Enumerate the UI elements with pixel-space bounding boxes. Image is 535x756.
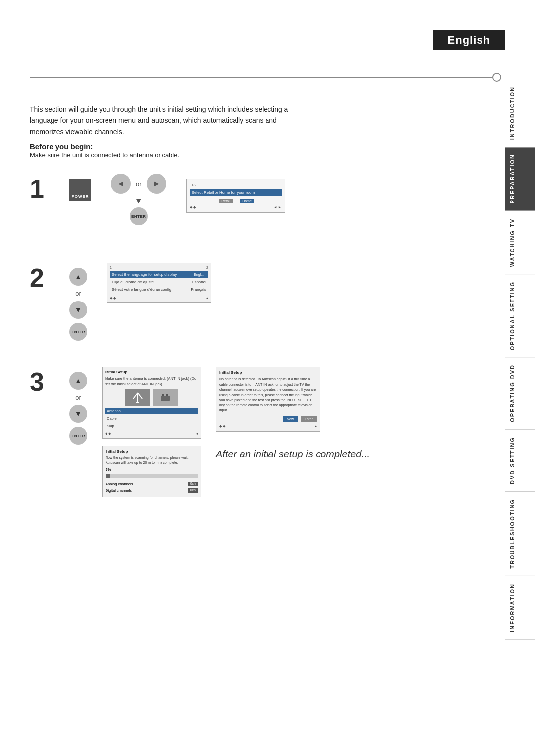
lang-row2-text: Elija el idioma de ajuste <box>112 280 154 284</box>
setup-title-1: Initial Setup <box>105 370 198 374</box>
svg-rect-5 <box>162 394 164 396</box>
lang-row-1[interactable]: Select the language for setup display En… <box>110 271 208 278</box>
step1-dots: ◆ ◆ <box>190 205 196 209</box>
tab-dvd-setting[interactable]: DVD SETTING <box>505 430 535 492</box>
step2-screen: 1 2 Select the language for setup displa… <box>107 263 211 303</box>
or-label-2: or <box>75 290 81 297</box>
tab-information[interactable]: INFORMATION <box>505 576 535 640</box>
antenna-img <box>125 389 150 406</box>
step1-retail-btn[interactable]: Retail <box>219 199 233 203</box>
up-arrow-2[interactable]: ▲ <box>69 268 87 286</box>
step3-progress-screen: Initial Setup Now the system is scanning… <box>102 446 201 497</box>
step-2-number: 2 <box>30 263 44 293</box>
analog-label: Analog channels <box>106 482 133 486</box>
main-content: This section will guide you through the … <box>30 79 500 525</box>
digital-channels-row: Digital channels 0ch <box>106 487 198 494</box>
step-1-number: 1 <box>30 174 44 203</box>
step3-no-input-screen: Initial Setup No antenna is detected. To… <box>216 367 320 432</box>
progress-percent: 0% <box>106 467 198 472</box>
setup-q1: Make sure the antenna is connected. (ANT… <box>105 376 198 387</box>
lang-row-3[interactable]: Sélect votre langue d'écran config. Fran… <box>110 286 208 293</box>
english-tab: English <box>433 30 505 50</box>
skip-option[interactable]: Skip <box>105 423 198 429</box>
or-label-1: or <box>136 180 142 188</box>
side-tabs: INTRODUCTION PREPARATION WATCHING TV OPT… <box>505 79 535 640</box>
step1-home-btn[interactable]: Home <box>240 199 254 203</box>
svg-rect-6 <box>166 394 168 396</box>
step-3-section: 3 ▲ or ▼ ENTER Initial Setup Make sure t… <box>30 367 500 525</box>
svg-rect-4 <box>160 396 170 401</box>
cable-img <box>153 389 178 406</box>
step3-remote: ▲ or ▼ ENTER <box>69 372 87 445</box>
antenna-option[interactable]: Antenna <box>105 408 198 414</box>
step3-setup-screen1: Initial Setup Make sure the antenna is c… <box>102 367 201 439</box>
progress-bar-fill <box>106 474 110 478</box>
before-heading: Before you begin: <box>30 142 500 151</box>
tab-introduction[interactable]: INTRODUCTION <box>505 79 535 147</box>
tab-troubleshooting[interactable]: TROUBLESHOOTING <box>505 492 535 576</box>
analog-count: 0ch <box>188 482 198 486</box>
later-button[interactable]: Later <box>301 416 317 422</box>
tab-preparation[interactable]: PREPARATION <box>505 147 535 211</box>
lang-row2-val: Español <box>192 280 206 284</box>
lang-row1-val: Engl... <box>191 272 206 277</box>
top-rule <box>30 77 500 78</box>
step1-screen: 1/2 Select Retail or Home for your room … <box>186 179 285 213</box>
power-label: POWER <box>71 194 89 199</box>
progress-bar <box>106 474 198 478</box>
no-input-text: No antenna is detected. To Autoscan agai… <box>219 377 317 413</box>
skip-label: Skip <box>107 424 114 428</box>
now-button[interactable]: Now <box>283 416 298 422</box>
tab1: 1 <box>110 266 112 269</box>
step2-footer: ◆ ◆ ● <box>110 296 208 300</box>
cable-label: Cable <box>107 416 117 421</box>
digital-label: Digital channels <box>106 488 132 493</box>
down-arrow-btn-3[interactable]: ▼ <box>69 405 87 423</box>
no-input-title: Initial Setup <box>219 370 317 375</box>
down-arrow-1: ▼ <box>135 197 143 205</box>
progress-title: Initial Setup <box>106 449 198 454</box>
arrow-right-button[interactable]: ► <box>147 174 166 194</box>
lang-row1-text: Select the language for setup display <box>112 272 177 277</box>
step2-remote: ▲ or ▼ ENTER <box>69 268 87 341</box>
cable-option[interactable]: Cable <box>105 415 198 422</box>
step-1-section: 1 POWER ◄ or ► ▼ ENTER <box>30 174 500 238</box>
enter-button-1[interactable]: ENTER <box>130 207 148 225</box>
digital-count: 0ch <box>188 488 198 493</box>
tab-optional-setting[interactable]: OPTIONAL SETTING <box>505 274 535 357</box>
setup-images <box>105 389 198 406</box>
svg-rect-3 <box>136 402 139 403</box>
after-setup-text: After an initial setup is completed... <box>216 449 370 460</box>
step1-arrows: ◄ ► <box>274 205 282 209</box>
or-label-3: or <box>75 394 81 401</box>
lang-row-2[interactable]: Elija el idioma de ajuste Español <box>110 278 208 286</box>
svg-line-0 <box>133 393 138 399</box>
enter-button-3[interactable]: ENTER <box>69 427 87 445</box>
step1-screen-row1: Select Retail or Home for your room <box>192 190 255 195</box>
tab2: 2 <box>206 266 208 269</box>
analog-channels-row: Analog channels 0ch <box>106 481 198 487</box>
no-input-buttons: Now Later <box>219 416 317 422</box>
step1-screen-title: 1/2 <box>192 183 197 187</box>
step1-screen-footer: ◆ ◆ ◄ ► <box>190 205 282 209</box>
arrow-left-button[interactable]: ◄ <box>111 174 131 194</box>
lang-row3-val: Français <box>191 287 206 292</box>
progress-desc: Now the system is scanning for channels,… <box>106 455 198 465</box>
step-2-section: 2 ▲ or ▼ ENTER 1 2 Select the language f… <box>30 263 500 342</box>
tab-operating-dvd[interactable]: OPERATING DVD <box>505 357 535 430</box>
tab-watching-tv[interactable]: WATCHING TV <box>505 211 535 274</box>
intro-text: This section will guide you through the … <box>30 104 307 137</box>
svg-line-1 <box>138 393 142 399</box>
lang-row3-text: Sélect votre langue d'écran config. <box>112 287 173 292</box>
up-arrow-3[interactable]: ▲ <box>69 372 87 390</box>
power-button[interactable]: POWER <box>69 179 91 201</box>
antenna-label: Antenna <box>107 409 121 413</box>
before-sub: Make sure the unit is connected to anten… <box>30 151 500 159</box>
enter-button-2[interactable]: ENTER <box>69 323 87 341</box>
step-3-number: 3 <box>30 367 44 397</box>
down-arrow-btn-2[interactable]: ▼ <box>69 301 87 319</box>
